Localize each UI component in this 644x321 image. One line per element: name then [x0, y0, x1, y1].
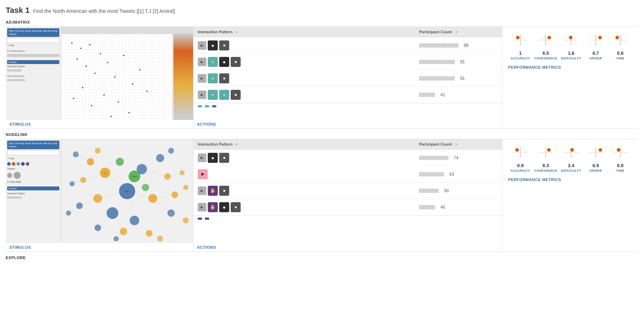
svg-point-78 — [116, 158, 124, 166]
nl-difficulty-label: DIFFICULTY — [561, 169, 581, 172]
nl-accuracy-dot — [515, 148, 519, 152]
adjmatrix-metrics-dots: 1 ACCURACY 6.5 CONFIDENCE — [508, 31, 633, 60]
nl-count-bar-4 — [419, 205, 435, 209]
nl-square-4: ■ — [231, 202, 241, 212]
nl-order-dot — [599, 148, 602, 152]
svg-point-58 — [156, 154, 164, 162]
adj-task-bar: Task: Find the North American with the m… — [7, 28, 59, 37]
nl-accuracy-label: ACCURACY — [511, 169, 531, 172]
adj-metric-confidence: 6.5 CONFIDENCE — [534, 31, 557, 60]
nl-dot-gray — [26, 162, 29, 166]
svg-point-67 — [73, 151, 79, 157]
nl-confidence-value: 6.3 — [542, 163, 549, 168]
adjmatrix-viz: Task: Find the North American with the m… — [6, 27, 193, 120]
svg-point-74 — [183, 218, 188, 223]
svg-point-66 — [146, 230, 152, 237]
play-btn-3[interactable]: ▶ — [198, 74, 206, 83]
adj-answer-bar: Answer — [7, 60, 59, 64]
pattern-filter-icon[interactable]: ≡ — [235, 30, 237, 34]
adj-action-row-2: ▶ ≡ ● ■ 91 — [193, 54, 502, 70]
svg-point-11 — [114, 76, 115, 78]
adj-accuracy-value: 1 — [519, 50, 522, 56]
list-teal-2: ≡ — [208, 57, 218, 67]
nl-accuracy-dot-area — [510, 144, 531, 161]
svg-point-21 — [128, 112, 130, 113]
adjmatrix-actions-header: Interaction Pattern ≡ Participant Count … — [193, 27, 502, 37]
adj-shortcuts: Seek Shortcuts — [7, 75, 59, 77]
square-1: ■ — [219, 40, 229, 50]
play-btn-2[interactable]: ▶ — [198, 58, 206, 66]
square-4: ■ — [231, 90, 241, 100]
adj-nodes-label: Selected Nodes — [7, 65, 59, 68]
list-teal-4b: ≡ — [219, 90, 229, 100]
nodelink-stimulus-link[interactable]: STIMULUS — [6, 243, 193, 252]
nl-time-value: 0.8 — [617, 163, 624, 168]
nl-count-bar-3 — [419, 189, 439, 193]
svg-point-54 — [107, 207, 118, 219]
adj-bar-chart — [173, 34, 193, 120]
nl-time-label: TIME — [616, 169, 625, 172]
adj-difficulty-dot-area — [560, 31, 582, 49]
nl-confidence-label: CONFIDENCE — [534, 169, 557, 172]
adj-order-dot — [598, 36, 602, 39]
adj-bar-wrap-1: 99 — [419, 43, 468, 48]
adj-scroll-dot-2 — [205, 105, 209, 107]
nl-metric-confidence: 6.3 CONFIDENCE — [534, 144, 557, 172]
nl-perf-metrics-link[interactable]: PERFORMANCE METRICS — [508, 177, 633, 182]
nl-play-btn-1[interactable]: ▶ — [198, 154, 206, 162]
nodelink-actions-table: Interaction Pattern ≡ Participant Count … — [193, 139, 502, 243]
adjmatrix-stimulus-link[interactable]: STIMULUS — [6, 120, 193, 128]
svg-point-59 — [172, 191, 178, 198]
nl-circle-dark-1: ● — [208, 153, 218, 163]
adj-difficulty-value: 1.6 — [568, 50, 574, 56]
nl-play-btn-3[interactable]: ▶ — [198, 186, 206, 195]
nl-order-value: 6.9 — [593, 163, 599, 168]
nl-nodes-bar — [7, 196, 21, 199]
svg-point-69 — [168, 148, 174, 154]
adj-count-num-1: 99 — [460, 43, 468, 48]
nl-count-filter-icon[interactable]: ≡ — [456, 142, 458, 146]
nl-pattern-3: ▶ ✋ ■ — [198, 186, 419, 196]
nl-play-pink-2[interactable]: ▶ — [198, 169, 208, 179]
nl-count-num-4: 40 — [437, 205, 445, 210]
nodelink-actions-link[interactable]: ACTIONS — [193, 243, 502, 252]
circle-dark-2: ● — [219, 57, 229, 67]
adj-bar-wrap-2: 91 — [419, 59, 465, 64]
nl-pattern-filter-icon[interactable]: ≡ — [235, 142, 237, 146]
svg-point-56 — [130, 216, 139, 225]
adj-count-1: 99 — [419, 43, 498, 48]
adj-accuracy-dot — [516, 36, 520, 39]
svg-point-5 — [89, 44, 90, 45]
svg-point-15 — [103, 94, 105, 96]
adj-metric-order: 6.7 ORDER — [585, 31, 606, 60]
nl-range: 0 3780 8088 — [7, 181, 59, 183]
adj-matrix-area — [61, 34, 172, 120]
adjmatrix-actions-link[interactable]: ACTIONS — [193, 120, 502, 128]
nl-nodes — [66, 148, 188, 242]
nl-dot-purple — [21, 162, 25, 166]
nl-metric-difficulty: 2.4 DIFFICULTY — [560, 144, 582, 172]
svg-point-53 — [148, 194, 157, 203]
svg-point-64 — [164, 173, 171, 180]
nl-action-row-2: ▶ 63 — [193, 166, 502, 183]
adj-bar-wrap-4: 41 — [419, 92, 445, 97]
svg-point-61 — [120, 228, 127, 235]
nl-dot-blue — [7, 162, 11, 166]
adj-count-num-2: 91 — [456, 59, 465, 64]
adj-perf-metrics-link[interactable]: PERFORMANCE METRICS — [508, 65, 633, 69]
nl-difficulty-dot-area — [560, 144, 582, 161]
adj-count-bar-1 — [419, 43, 458, 48]
nl-scroll-hint — [193, 215, 502, 221]
svg-point-72 — [180, 170, 185, 175]
nl-size-legend — [7, 172, 59, 179]
svg-point-22 — [110, 116, 112, 117]
play-btn-1[interactable]: ▶ — [198, 41, 206, 50]
adjmatrix-section: ADJMATRIX Task: Find the North American … — [6, 20, 638, 129]
square-3: ■ — [219, 73, 229, 83]
nl-size-lg — [14, 172, 21, 179]
nl-confidence-dot — [547, 148, 551, 152]
svg-text:Hub: Hub — [126, 190, 129, 193]
count-filter-icon[interactable]: ≡ — [456, 30, 458, 34]
nl-play-btn-4[interactable]: ▶ — [198, 203, 206, 211]
play-btn-4[interactable]: ▶ — [198, 91, 206, 99]
